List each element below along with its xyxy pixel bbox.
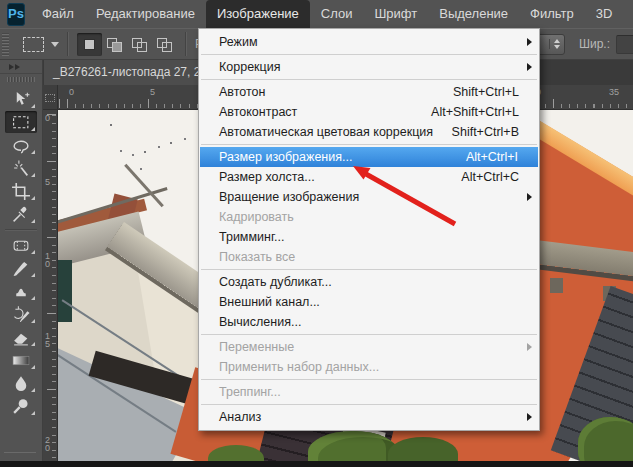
menu-item-apply-image[interactable]: Внешний канал... xyxy=(199,292,539,312)
bottom-bar xyxy=(0,461,633,467)
menubar-item-filter[interactable]: Фильтр xyxy=(519,0,585,28)
vruler-label: 20 xyxy=(45,436,51,452)
divider xyxy=(67,32,69,56)
menubar: Ps Файл Редактирование Изображение Слои … xyxy=(0,0,633,28)
image-menu-dropdown: Режим Коррекция АвтотонShift+Ctrl+L Авто… xyxy=(198,28,540,431)
photoshop-logo: Ps xyxy=(7,3,25,26)
menu-item-variables[interactable]: Переменные xyxy=(199,337,539,357)
eraser-tool[interactable] xyxy=(5,326,37,348)
menu-item-duplicate[interactable]: Создать дубликат... xyxy=(199,272,539,292)
panel-grip[interactable] xyxy=(7,77,35,82)
shortcut: Alt+Ctrl+I xyxy=(466,150,530,164)
dodge-tool[interactable] xyxy=(5,395,37,417)
gradient-tool[interactable] xyxy=(5,349,37,371)
spinner-arrows-icon[interactable] xyxy=(549,39,560,49)
ruler-origin-icon xyxy=(45,94,55,102)
vertical-ruler[interactable]: 0 5 10 15 20 xyxy=(43,110,58,461)
submenu-arrow-icon xyxy=(527,343,532,351)
menubar-item-view[interactable]: Просмотр xyxy=(623,0,633,28)
intersect-selection-button[interactable] xyxy=(152,33,177,56)
divider xyxy=(4,452,36,453)
menubar-item-type[interactable]: Шрифт xyxy=(363,0,428,28)
submenu-arrow-icon xyxy=(527,38,532,46)
move-tool[interactable] xyxy=(5,88,37,110)
width-input[interactable] xyxy=(616,35,633,54)
menu-item-canvas-size[interactable]: Размер холста...Alt+Ctrl+C xyxy=(199,167,539,187)
menu-separator xyxy=(201,79,537,80)
magic-wand-tool[interactable] xyxy=(5,157,37,179)
vruler-label: 5 xyxy=(45,178,51,186)
menu-item-apply-data-set[interactable]: Применить набор данных... xyxy=(199,357,539,377)
menu-item-auto-color[interactable]: Автоматическая цветовая коррекцияShift+C… xyxy=(199,122,539,142)
vruler-label: 0 xyxy=(45,114,51,122)
submenu-arrow-icon xyxy=(527,413,532,421)
submenu-arrow-icon xyxy=(527,63,532,71)
tool-preset-picker[interactable] xyxy=(23,37,59,52)
shortcut: Alt+Shift+Ctrl+L xyxy=(431,105,531,119)
healing-brush-tool[interactable] xyxy=(5,234,37,256)
menu-separator xyxy=(201,144,537,145)
menu-separator xyxy=(201,404,537,405)
width-label: Шир.: xyxy=(579,37,610,51)
options-bar-grip[interactable] xyxy=(2,32,9,56)
photo-birds xyxy=(110,124,112,126)
hruler-label: 35 xyxy=(609,87,619,97)
menubar-item-image[interactable]: Изображение xyxy=(206,0,310,28)
menubar-item-select[interactable]: Выделение xyxy=(428,0,519,28)
marquee-preset-icon xyxy=(23,37,44,52)
menu-item-auto-tone[interactable]: АвтотонShift+Ctrl+L xyxy=(199,82,539,102)
vruler-label: 10 xyxy=(45,252,51,268)
subtract-from-selection-button[interactable] xyxy=(127,33,152,56)
hruler-label: 0 xyxy=(69,87,74,97)
menu-item-auto-contrast[interactable]: АвтоконтрастAlt+Shift+Ctrl+L xyxy=(199,102,539,122)
submenu-arrow-icon xyxy=(527,193,532,201)
menu-item-reveal-all[interactable]: Показать все xyxy=(199,247,539,267)
blur-tool[interactable] xyxy=(5,372,37,394)
shortcut: Shift+Ctrl+L xyxy=(453,85,531,99)
menu-separator xyxy=(201,334,537,335)
menu-item-trap[interactable]: Треппинг... xyxy=(199,382,539,402)
divider xyxy=(185,32,187,56)
menu-separator xyxy=(201,54,537,55)
menu-item-crop[interactable]: Кадрировать xyxy=(199,207,539,227)
eyedropper-tool[interactable] xyxy=(5,203,37,225)
menu-item-calculations[interactable]: Вычисления... xyxy=(199,312,539,332)
menu-item-mode[interactable]: Режим xyxy=(199,32,539,52)
menu-separator xyxy=(201,379,537,380)
brush-tool[interactable] xyxy=(5,257,37,279)
add-to-selection-button[interactable] xyxy=(102,33,127,56)
document-tab[interactable]: _B276261-листопада 27, 20 xyxy=(44,60,209,85)
menu-separator xyxy=(201,269,537,270)
ruler-corner xyxy=(43,85,58,110)
panel-collapse-button[interactable] xyxy=(0,60,42,74)
lasso-tool[interactable] xyxy=(5,134,37,156)
shortcut: Shift+Ctrl+B xyxy=(452,125,531,139)
menubar-item-layers[interactable]: Слои xyxy=(310,0,364,28)
new-selection-button[interactable] xyxy=(77,33,102,56)
new-selection-icon xyxy=(84,39,95,50)
menu-item-image-size[interactable]: Размер изображения...Alt+Ctrl+I xyxy=(200,147,538,167)
menu-item-trim[interactable]: Тримминг... xyxy=(199,227,539,247)
history-brush-tool[interactable] xyxy=(5,303,37,325)
tools-panel xyxy=(0,60,43,461)
menu-item-image-rotation[interactable]: Вращение изображения xyxy=(199,187,539,207)
menubar-item-3d[interactable]: 3D xyxy=(585,0,624,28)
shortcut: Alt+Ctrl+C xyxy=(461,170,531,184)
menu-item-adjustments[interactable]: Коррекция xyxy=(199,57,539,77)
menu-item-analysis[interactable]: Анализ xyxy=(199,407,539,427)
chevron-down-icon xyxy=(51,42,59,47)
vruler-label: 15 xyxy=(45,332,51,348)
divider xyxy=(5,229,37,231)
hruler-label: 5 xyxy=(150,87,155,97)
rectangular-marquee-tool[interactable] xyxy=(5,111,37,133)
crop-tool[interactable] xyxy=(5,180,37,202)
menubar-item-edit[interactable]: Редактирование xyxy=(85,0,206,28)
clone-stamp-tool[interactable] xyxy=(5,280,37,302)
double-chevron-icon xyxy=(9,64,14,70)
menubar-item-file[interactable]: Файл xyxy=(31,0,85,28)
